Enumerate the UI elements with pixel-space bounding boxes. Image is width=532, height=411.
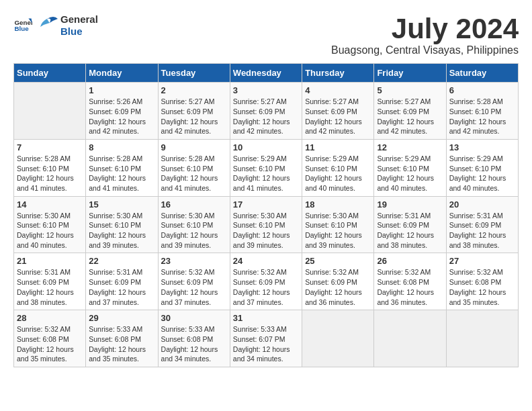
- day-number: 5: [377, 85, 443, 95]
- day-number: 21: [17, 256, 83, 266]
- calendar-header-sunday: Sunday: [14, 64, 86, 83]
- day-number: 7: [17, 142, 83, 152]
- day-info: Sunrise: 5:29 AMSunset: 6:10 PMDaylight:…: [233, 154, 299, 193]
- day-info: Sunrise: 5:27 AMSunset: 6:09 PMDaylight:…: [305, 97, 371, 136]
- logo-blue: Blue: [60, 26, 83, 37]
- calendar-cell: 9Sunrise: 5:28 AMSunset: 6:10 PMDaylight…: [158, 139, 230, 196]
- calendar-cell: [374, 310, 446, 367]
- calendar-header-wednesday: Wednesday: [230, 64, 302, 83]
- month-title: July 2024: [331, 13, 519, 44]
- day-info: Sunrise: 5:30 AMSunset: 6:10 PMDaylight:…: [305, 211, 371, 250]
- day-number: 4: [305, 85, 371, 95]
- calendar-cell: 5Sunrise: 5:27 AMSunset: 6:09 PMDaylight…: [374, 83, 446, 140]
- calendar-header-monday: Monday: [86, 64, 158, 83]
- calendar-cell: 17Sunrise: 5:30 AMSunset: 6:10 PMDayligh…: [230, 196, 302, 253]
- day-info: Sunrise: 5:32 AMSunset: 6:09 PMDaylight:…: [161, 267, 227, 307]
- day-info: Sunrise: 5:33 AMSunset: 6:08 PMDaylight:…: [161, 324, 227, 364]
- calendar-cell: 4Sunrise: 5:27 AMSunset: 6:09 PMDaylight…: [302, 83, 374, 140]
- day-info: Sunrise: 5:30 AMSunset: 6:10 PMDaylight:…: [89, 211, 154, 250]
- day-number: 1: [89, 85, 154, 95]
- logo-general: General: [60, 13, 98, 25]
- day-number: 29: [89, 313, 154, 323]
- day-info: Sunrise: 5:31 AMSunset: 6:09 PMDaylight:…: [449, 211, 515, 250]
- calendar-header-tuesday: Tuesday: [158, 64, 230, 83]
- title-block: July 2024 Buagsong, Central Visayas, Phi…: [331, 13, 519, 56]
- day-info: Sunrise: 5:27 AMSunset: 6:09 PMDaylight:…: [233, 97, 299, 136]
- logo-bird-icon: [35, 13, 59, 38]
- calendar-cell: 3Sunrise: 5:27 AMSunset: 6:09 PMDaylight…: [230, 83, 302, 140]
- day-info: Sunrise: 5:32 AMSunset: 6:09 PMDaylight:…: [305, 267, 371, 307]
- day-info: Sunrise: 5:32 AMSunset: 6:08 PMDaylight:…: [377, 267, 443, 307]
- calendar-cell: 25Sunrise: 5:32 AMSunset: 6:09 PMDayligh…: [302, 253, 374, 310]
- calendar-week-row: 1Sunrise: 5:26 AMSunset: 6:09 PMDaylight…: [14, 83, 519, 140]
- logo: General Blue General Blue: [13, 13, 98, 38]
- day-number: 19: [377, 199, 443, 210]
- page-header: General Blue General Blue July 2024 Buag…: [13, 13, 519, 56]
- calendar-cell: 10Sunrise: 5:29 AMSunset: 6:10 PMDayligh…: [230, 139, 302, 196]
- day-info: Sunrise: 5:27 AMSunset: 6:09 PMDaylight:…: [377, 97, 443, 136]
- day-number: 2: [161, 85, 227, 95]
- day-number: 12: [377, 142, 443, 152]
- calendar-cell: 14Sunrise: 5:30 AMSunset: 6:10 PMDayligh…: [14, 196, 86, 253]
- calendar-cell: 29Sunrise: 5:33 AMSunset: 6:08 PMDayligh…: [86, 310, 158, 367]
- calendar-cell: 16Sunrise: 5:30 AMSunset: 6:10 PMDayligh…: [158, 196, 230, 253]
- day-number: 18: [305, 199, 371, 210]
- day-info: Sunrise: 5:33 AMSunset: 6:08 PMDaylight:…: [89, 324, 154, 364]
- day-number: 26: [377, 256, 443, 266]
- calendar-cell: 28Sunrise: 5:32 AMSunset: 6:08 PMDayligh…: [14, 310, 86, 367]
- calendar-cell: 27Sunrise: 5:32 AMSunset: 6:08 PMDayligh…: [446, 253, 518, 310]
- day-number: 25: [305, 256, 371, 266]
- calendar-cell: 20Sunrise: 5:31 AMSunset: 6:09 PMDayligh…: [446, 196, 518, 253]
- day-number: 17: [233, 199, 299, 210]
- day-info: Sunrise: 5:29 AMSunset: 6:10 PMDaylight:…: [305, 154, 371, 193]
- calendar-cell: 30Sunrise: 5:33 AMSunset: 6:08 PMDayligh…: [158, 310, 230, 367]
- calendar-cell: 24Sunrise: 5:32 AMSunset: 6:09 PMDayligh…: [230, 253, 302, 310]
- calendar-header-saturday: Saturday: [446, 64, 518, 83]
- calendar-table: SundayMondayTuesdayWednesdayThursdayFrid…: [13, 63, 519, 367]
- day-number: 24: [233, 256, 299, 266]
- day-info: Sunrise: 5:31 AMSunset: 6:09 PMDaylight:…: [377, 211, 443, 250]
- day-number: 14: [17, 199, 83, 210]
- day-info: Sunrise: 5:31 AMSunset: 6:09 PMDaylight:…: [17, 267, 83, 307]
- day-info: Sunrise: 5:31 AMSunset: 6:09 PMDaylight:…: [89, 267, 154, 307]
- calendar-cell: 22Sunrise: 5:31 AMSunset: 6:09 PMDayligh…: [86, 253, 158, 310]
- calendar-cell: 6Sunrise: 5:28 AMSunset: 6:10 PMDaylight…: [446, 83, 518, 140]
- location-title: Buagsong, Central Visayas, Philippines: [331, 44, 519, 56]
- logo-icon: General Blue: [13, 16, 32, 35]
- day-number: 30: [161, 313, 227, 323]
- day-info: Sunrise: 5:29 AMSunset: 6:10 PMDaylight:…: [449, 154, 515, 193]
- day-info: Sunrise: 5:28 AMSunset: 6:10 PMDaylight:…: [17, 154, 83, 193]
- day-number: 8: [89, 142, 154, 152]
- day-info: Sunrise: 5:28 AMSunset: 6:10 PMDaylight:…: [89, 154, 154, 193]
- calendar-cell: 21Sunrise: 5:31 AMSunset: 6:09 PMDayligh…: [14, 253, 86, 310]
- day-number: 11: [305, 142, 371, 152]
- day-info: Sunrise: 5:28 AMSunset: 6:10 PMDaylight:…: [449, 97, 515, 136]
- day-number: 27: [449, 256, 515, 266]
- calendar-cell: 7Sunrise: 5:28 AMSunset: 6:10 PMDaylight…: [14, 139, 86, 196]
- calendar-week-row: 28Sunrise: 5:32 AMSunset: 6:08 PMDayligh…: [14, 310, 519, 367]
- calendar-cell: 31Sunrise: 5:33 AMSunset: 6:07 PMDayligh…: [230, 310, 302, 367]
- day-number: 22: [89, 256, 154, 266]
- day-info: Sunrise: 5:28 AMSunset: 6:10 PMDaylight:…: [161, 154, 227, 193]
- day-number: 31: [233, 313, 299, 323]
- calendar-cell: 26Sunrise: 5:32 AMSunset: 6:08 PMDayligh…: [374, 253, 446, 310]
- calendar-cell: 12Sunrise: 5:29 AMSunset: 6:10 PMDayligh…: [374, 139, 446, 196]
- day-info: Sunrise: 5:30 AMSunset: 6:10 PMDaylight:…: [17, 211, 83, 250]
- calendar-cell: 1Sunrise: 5:26 AMSunset: 6:09 PMDaylight…: [86, 83, 158, 140]
- calendar-cell: [302, 310, 374, 367]
- calendar-cell: 23Sunrise: 5:32 AMSunset: 6:09 PMDayligh…: [158, 253, 230, 310]
- day-number: 16: [161, 199, 227, 210]
- calendar-cell: 8Sunrise: 5:28 AMSunset: 6:10 PMDaylight…: [86, 139, 158, 196]
- calendar-header-thursday: Thursday: [302, 64, 374, 83]
- day-info: Sunrise: 5:30 AMSunset: 6:10 PMDaylight:…: [233, 211, 299, 250]
- calendar-cell: 2Sunrise: 5:27 AMSunset: 6:09 PMDaylight…: [158, 83, 230, 140]
- calendar-cell: [14, 83, 86, 140]
- day-info: Sunrise: 5:27 AMSunset: 6:09 PMDaylight:…: [161, 97, 227, 136]
- day-number: 23: [161, 256, 227, 266]
- svg-text:Blue: Blue: [14, 25, 29, 32]
- calendar-cell: 18Sunrise: 5:30 AMSunset: 6:10 PMDayligh…: [302, 196, 374, 253]
- day-info: Sunrise: 5:26 AMSunset: 6:09 PMDaylight:…: [89, 97, 154, 136]
- calendar-header-friday: Friday: [374, 64, 446, 83]
- calendar-cell: 15Sunrise: 5:30 AMSunset: 6:10 PMDayligh…: [86, 196, 158, 253]
- calendar-week-row: 21Sunrise: 5:31 AMSunset: 6:09 PMDayligh…: [14, 253, 519, 310]
